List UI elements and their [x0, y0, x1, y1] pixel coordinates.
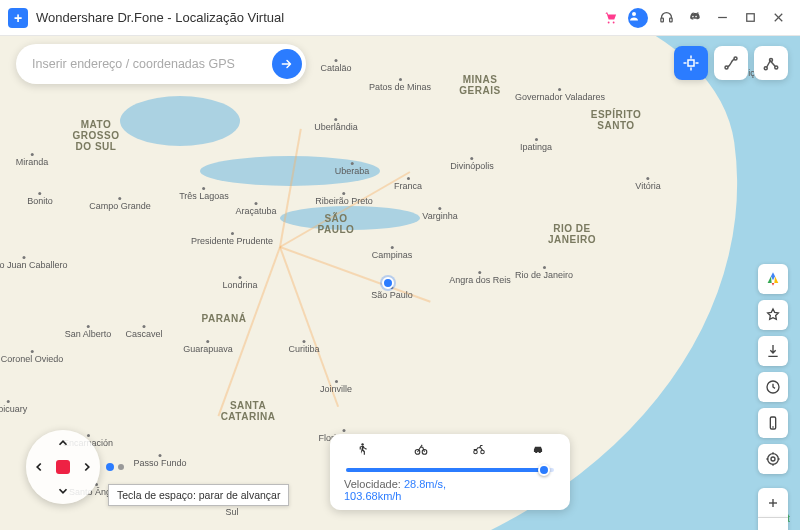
dpad-left[interactable] — [30, 458, 48, 476]
zoom-out-button[interactable] — [758, 518, 788, 530]
city-label: Guarapuava — [183, 340, 233, 354]
state-label: SANTA CATARINA — [221, 400, 276, 422]
speed-car-icon[interactable] — [524, 442, 552, 460]
city-label: Londrina — [222, 276, 257, 290]
state-label: ESPÍRITO SANTO — [591, 109, 642, 131]
speed-value-1: 28.8m/s, — [404, 478, 446, 490]
zoom-in-button[interactable] — [758, 488, 788, 518]
city-label: Uberlândia — [314, 118, 358, 132]
state-label: SÃO PAULO — [318, 213, 355, 235]
joystick-mode-dots[interactable] — [106, 463, 124, 471]
svg-rect-6 — [746, 14, 754, 22]
svg-point-35 — [481, 450, 485, 454]
svg-rect-3 — [660, 18, 663, 22]
speed-value-2: 103.68km/h — [344, 490, 401, 502]
speed-label: Velocidade: — [344, 478, 401, 490]
user-icon[interactable] — [624, 4, 652, 32]
city-label: Três Lagoas — [179, 187, 229, 201]
city-label: São Paulo — [371, 286, 413, 300]
device-icon[interactable] — [758, 408, 788, 438]
city-label: Campinas — [372, 246, 413, 260]
mode-toolbar — [674, 46, 788, 80]
state-label: RIO DE JANEIRO — [548, 223, 596, 245]
dpad-up[interactable] — [54, 434, 72, 452]
city-label: Franca — [394, 177, 422, 191]
dpad-down[interactable] — [54, 482, 72, 500]
city-label: Ipatinga — [520, 138, 552, 152]
city-label: Pedro Juan Caballero — [0, 256, 68, 270]
city-label: Ribeirão Preto — [315, 192, 373, 206]
city-label: Uberaba — [335, 162, 370, 176]
city-label: Governador Valadares — [515, 88, 605, 102]
svg-rect-9 — [688, 60, 694, 66]
locate-icon[interactable] — [758, 444, 788, 474]
city-label: Passo Fundo — [133, 454, 186, 468]
space-tooltip: Tecla de espaço: parar de alvançar — [108, 484, 289, 506]
city-label: Cataläo — [320, 59, 351, 73]
city-label: Bonito — [27, 192, 53, 206]
history-icon[interactable] — [758, 372, 788, 402]
import-icon[interactable] — [758, 336, 788, 366]
minimize-button[interactable] — [708, 4, 736, 32]
headset-icon[interactable] — [652, 4, 680, 32]
favorite-icon[interactable] — [758, 300, 788, 330]
joystick-control: Tecla de espaço: parar de alvançar — [26, 430, 100, 504]
city-label: Coronel Oviedo — [1, 350, 64, 364]
city-label: Joinville — [320, 380, 352, 394]
maximize-button[interactable] — [736, 4, 764, 32]
svg-point-34 — [474, 450, 478, 454]
city-label: Miranda — [16, 153, 49, 167]
google-maps-icon[interactable] — [758, 264, 788, 294]
state-label: PARANÁ — [201, 312, 246, 323]
svg-point-2 — [632, 12, 636, 16]
cart-icon[interactable] — [596, 4, 624, 32]
city-label: Campo Grande — [89, 197, 151, 211]
svg-point-0 — [607, 22, 609, 24]
speed-motorbike-icon[interactable] — [465, 442, 493, 460]
teleport-mode-button[interactable] — [674, 46, 708, 80]
state-label: MINAS GERAIS — [459, 74, 500, 96]
two-stop-route-button[interactable] — [714, 46, 748, 80]
city-label: Divinópolis — [450, 157, 494, 171]
city-label: Rio de Janeiro — [515, 266, 573, 280]
city-label: Tebicuary — [0, 400, 27, 414]
side-tool-column — [758, 264, 788, 530]
svg-point-23 — [768, 454, 779, 465]
speed-readout: Velocidade: 28.8m/s, 103.68km/h — [344, 478, 556, 502]
city-label: Araçatuba — [235, 202, 276, 216]
city-label: Varginha — [422, 207, 457, 221]
city-label: Curitiba — [288, 340, 319, 354]
svg-point-31 — [361, 443, 363, 445]
close-button[interactable] — [764, 4, 792, 32]
speed-slider[interactable] — [346, 468, 554, 472]
svg-point-1 — [612, 22, 614, 24]
svg-point-33 — [422, 450, 427, 455]
dpad-stop[interactable] — [56, 460, 70, 474]
city-label: Vitória — [635, 177, 660, 191]
multi-stop-route-button[interactable] — [754, 46, 788, 80]
state-label: MATO GROSSO DO SUL — [73, 118, 120, 151]
title-bar: + Wondershare Dr.Fone - Localização Virt… — [0, 0, 800, 36]
dpad-right[interactable] — [78, 458, 96, 476]
search-bar — [16, 44, 306, 84]
speed-panel: Velocidade: 28.8m/s, 103.68km/h — [330, 434, 570, 510]
app-logo: + — [8, 8, 28, 28]
discord-icon[interactable] — [680, 4, 708, 32]
city-label: Cascavel — [125, 325, 162, 339]
window-title: Wondershare Dr.Fone - Localização Virtua… — [36, 10, 284, 25]
city-label: Angra dos Reis — [449, 271, 511, 285]
city-label: Patos de Minas — [369, 78, 431, 92]
speed-bike-icon[interactable] — [407, 442, 435, 460]
search-input[interactable] — [32, 57, 272, 71]
speed-walk-icon[interactable] — [348, 442, 376, 460]
city-label: San Alberto — [65, 325, 112, 339]
svg-rect-4 — [669, 18, 672, 22]
location-marker[interactable] — [382, 277, 394, 289]
svg-point-22 — [771, 457, 775, 461]
search-go-button[interactable] — [272, 49, 302, 79]
city-label: Presidente Prudente — [191, 232, 273, 246]
